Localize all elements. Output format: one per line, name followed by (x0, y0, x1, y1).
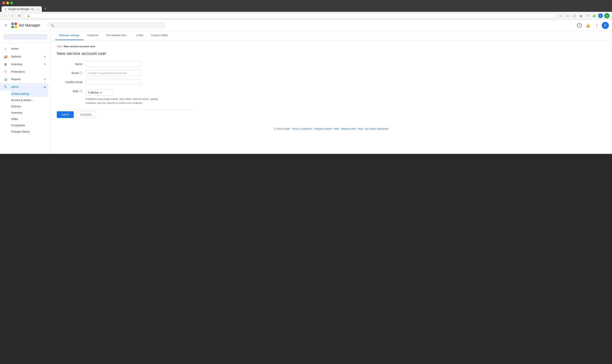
admin-icon: 🔧 (3, 85, 8, 89)
blog-link[interactable]: Blog (358, 128, 363, 130)
delivery-sub-label: Delivery (11, 105, 21, 108)
traffic-lights (2, 1, 13, 4)
browser-tab[interactable]: ✦ Google Ad Manager - Global se × (1, 6, 42, 12)
delivery-icon: 🚚 (3, 55, 8, 58)
role-section: Trafficker ▾ Traffickers can create orde… (86, 90, 164, 105)
page-title: New service account user (57, 51, 606, 56)
global-settings-label: Global settings (11, 92, 29, 95)
sidebar-sub-companies[interactable]: Companies (11, 122, 49, 129)
cancel-button[interactable]: CANCEL (76, 111, 96, 118)
notifications-button[interactable]: 🔔 (585, 22, 591, 29)
tab-close-button[interactable]: × (38, 8, 39, 11)
new-tab-button[interactable]: + (42, 6, 48, 12)
sidebar-account (0, 32, 50, 43)
svg-rect-3 (14, 26, 17, 28)
content-area: Network settings Features Pre-release fe… (51, 31, 612, 154)
role-help-icon[interactable]: ? (79, 90, 82, 93)
inventory-sub-label: Inventory (11, 111, 23, 114)
search-bar[interactable]: 🔍 (48, 22, 166, 28)
tab-network-settings[interactable]: Network settings (55, 31, 83, 40)
more-options-button[interactable]: ⋮ (593, 22, 600, 29)
inventory-expand-icon: ▾ (44, 62, 46, 66)
sidebar-sub-access-author[interactable]: Access & author... (11, 97, 49, 103)
sidebar-item-home[interactable]: ⌂ Home (0, 44, 49, 52)
name-row: Name (57, 61, 606, 67)
cast-icon[interactable]: ⬡ (565, 13, 570, 18)
admin-sub-menu: Global settings Access & author... Deliv… (0, 91, 50, 135)
tab-limits[interactable]: Limits (132, 31, 147, 40)
extension2-icon[interactable]: + (604, 13, 610, 18)
sidebar-item-delivery[interactable]: 🚚 Delivery ▾ (0, 52, 49, 60)
svg-rect-0 (12, 23, 14, 25)
email-label: Email ? (57, 70, 82, 75)
form-area: User: New service account user New servi… (51, 40, 612, 123)
address-bar[interactable]: 🔒 (24, 13, 555, 18)
minimize-traffic-light[interactable] (6, 1, 9, 4)
sidebar-label-home: Home (11, 47, 46, 50)
header-actions: ? 🔔 ⋮ D (576, 22, 609, 29)
terms-link[interactable]: Terms & conditions (292, 128, 312, 130)
refresh-button[interactable]: ↻ (16, 13, 22, 18)
tab-title: Google Ad Manager - Global se (8, 8, 36, 11)
confirm-email-label: Confirm email (57, 79, 82, 84)
logo-icon (11, 22, 17, 28)
change-history-label: Change history (11, 130, 29, 133)
tab-favicon: ✦ (4, 8, 7, 11)
chrome-profile-avatar[interactable]: D (598, 13, 603, 18)
role-value: Trafficker (88, 91, 99, 94)
release-notes-link[interactable]: Release notes (341, 128, 356, 130)
role-label: Role ? (57, 88, 82, 93)
svg-rect-1 (14, 23, 17, 25)
user-avatar[interactable]: D (602, 22, 609, 29)
sidebar: ⌂ Home 🚚 Delivery ▾ ▦ Inventory ▾ 🛡 Prot… (0, 31, 51, 154)
search-icon: 🔍 (51, 24, 54, 27)
access-author-label: Access & author... (11, 99, 33, 102)
help-link[interactable]: Help (334, 128, 339, 130)
shield-icon[interactable]: 🛡 (585, 13, 590, 18)
email-input[interactable] (86, 70, 141, 76)
extension-icon[interactable]: 🧩 (591, 13, 597, 18)
confirm-email-input[interactable] (86, 79, 141, 85)
tab-custom-fields[interactable]: Custom fields (147, 31, 172, 40)
maximize-traffic-light[interactable] (10, 1, 13, 4)
companies-label: Companies (11, 124, 25, 127)
bookmark-icon[interactable]: ☆ (558, 13, 563, 18)
close-traffic-light[interactable] (2, 1, 5, 4)
sidebar-item-reports[interactable]: 📊 Reports ▾ (0, 75, 49, 83)
help-button[interactable]: ? (576, 22, 583, 29)
name-label: Name (57, 61, 82, 65)
breadcrumb: User: New service account user (57, 45, 606, 48)
copyright: © 2019 Google (274, 128, 290, 130)
role-description: Traffickers can create orders, edit orde… (86, 97, 164, 105)
svg-rect-2 (12, 26, 14, 28)
back-button[interactable]: ← (2, 13, 8, 18)
email-help-icon[interactable]: ? (79, 72, 82, 75)
role-dropdown[interactable]: Trafficker ▾ (86, 90, 113, 95)
delivery-expand-icon: ▾ (44, 54, 46, 58)
sidebar-sub-inventory[interactable]: Inventory (11, 109, 49, 116)
name-input[interactable] (86, 61, 141, 67)
sidebar-sub-global-settings[interactable]: Global settings (11, 91, 49, 97)
program-policies-link[interactable]: Program policies (314, 128, 332, 130)
tab-pre-release[interactable]: Pre-release feat... (102, 31, 132, 40)
sidebar-sub-video[interactable]: Video (11, 116, 49, 122)
chrome-icon[interactable]: ◉ (578, 13, 584, 18)
reports-icon: 📊 (3, 78, 8, 81)
menu-button[interactable]: ≡ (3, 22, 9, 29)
ads-status-dashboard-link[interactable]: Ads Status Dashboard (365, 128, 388, 130)
tab-bar: Network settings Features Pre-release fe… (51, 31, 612, 40)
sidebar-item-protections[interactable]: 🛡 Protections (0, 68, 49, 75)
sidebar-sub-change-history[interactable]: Change history (11, 129, 49, 135)
inventory-icon: ▦ (3, 63, 8, 66)
app-logo: Ad Manager (11, 22, 41, 28)
sidebar-label-inventory: Inventory (11, 63, 41, 66)
save-button[interactable]: SAVE (57, 111, 74, 118)
sidebar-sub-delivery[interactable]: Delivery (11, 103, 49, 109)
app-header: ≡ Ad Manager 🔍 ? 🔔 ⋮ (0, 20, 612, 31)
sidebar-item-admin[interactable]: 🔧 Admin ▴ (0, 83, 49, 91)
form-actions: SAVE CANCEL (57, 109, 195, 118)
sidebar-item-inventory[interactable]: ▦ Inventory ▾ (0, 60, 49, 68)
forward-button[interactable]: → (10, 13, 15, 18)
tab-features[interactable]: Features (83, 31, 102, 40)
screenshare-icon[interactable]: ⬜ (571, 13, 577, 18)
